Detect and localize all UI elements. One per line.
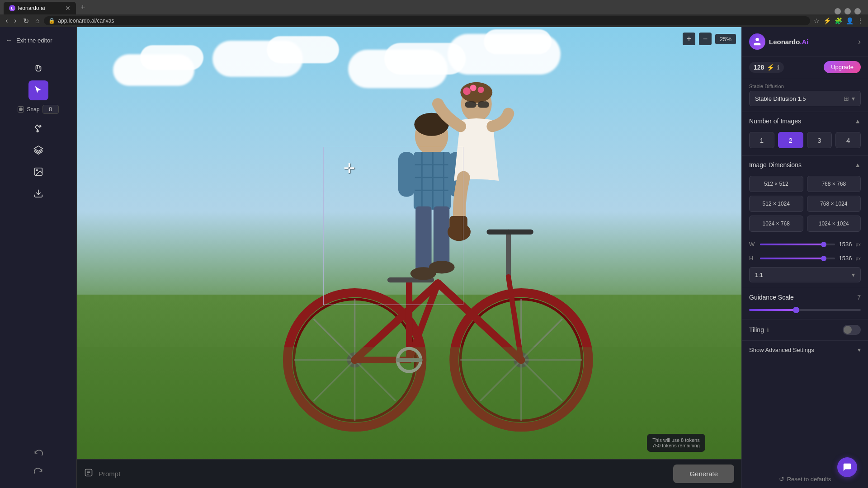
tiling-toggle[interactable] <box>843 325 861 335</box>
reset-label: Reset to defaults <box>787 476 831 483</box>
svg-rect-52 <box>449 216 467 234</box>
image-dimensions-header[interactable]: Image Dimensions ▲ <box>742 156 868 174</box>
width-slider[interactable] <box>760 244 835 245</box>
height-slider-fill <box>760 258 824 259</box>
layers-tool-btn[interactable] <box>28 140 48 160</box>
redo-btn[interactable] <box>30 463 47 479</box>
num-btn-1[interactable]: 1 <box>749 132 774 148</box>
tiling-toggle-knob <box>844 326 852 334</box>
exit-arrow-icon: ← <box>5 36 13 44</box>
prompt-input[interactable] <box>99 470 668 478</box>
tab-bar: L leonardo.ai ✕ + <box>0 0 868 14</box>
snap-row: Snap 8 <box>13 102 63 117</box>
ratio-selector[interactable]: 1:1 ▾ <box>749 267 861 282</box>
close-btn[interactable] <box>854 8 861 14</box>
extension-icon[interactable]: ⚡ <box>822 16 832 25</box>
dim-btn-1024x1024[interactable]: 1024 × 1024 <box>807 216 861 232</box>
dim-btn-512x1024[interactable]: 512 × 1024 <box>749 196 803 212</box>
snap-label: Snap <box>27 106 39 113</box>
ratio-row: 1:1 ▾ <box>742 265 868 288</box>
refresh-btn[interactable]: ↻ <box>21 16 31 26</box>
profile-icon[interactable]: 👤 <box>845 16 854 25</box>
image-tool-btn[interactable] <box>28 162 48 182</box>
panel-collapse-btn[interactable]: › <box>858 37 861 47</box>
panel-logo-dot: .Ai <box>800 38 808 46</box>
new-tab-button[interactable]: + <box>77 3 89 12</box>
height-row: H 1536 px <box>742 251 868 265</box>
credits-info-icon[interactable]: ℹ <box>777 64 779 71</box>
advanced-settings-row[interactable]: Show Advanced Settings ▾ <box>742 341 868 359</box>
bookmark-icon[interactable]: ☆ <box>813 16 821 25</box>
model-selector[interactable]: Stable Diffusion 1.5 ⊞ ▾ <box>749 91 861 106</box>
num-images-collapse-icon: ▲ <box>854 117 861 125</box>
exit-editor-btn[interactable]: ← Exit the editor <box>0 33 76 48</box>
width-label: W <box>749 241 756 248</box>
ratio-label: 1:1 <box>755 272 763 278</box>
svg-rect-49 <box>478 101 490 108</box>
tab-close-btn[interactable]: ✕ <box>65 5 71 12</box>
tab-title: leonardo.ai <box>18 5 45 11</box>
reset-icon: ↺ <box>779 475 784 483</box>
extensions-icon[interactable]: 🧩 <box>834 16 843 25</box>
undo-btn[interactable] <box>30 445 47 461</box>
model-dropdown-arrow-icon[interactable]: ▾ <box>852 95 855 102</box>
move-cursor-icon: ✛ <box>344 160 355 176</box>
home-btn[interactable]: ⌂ <box>33 16 42 26</box>
dim-btn-512x512[interactable]: 512 × 512 <box>749 176 803 192</box>
dim-btn-1024x768[interactable]: 1024 × 768 <box>749 216 803 232</box>
num-images-section-header[interactable]: Number of Images ▲ <box>742 112 868 130</box>
height-slider[interactable] <box>760 258 835 259</box>
model-actions: ⊞ ▾ <box>844 95 855 102</box>
guidance-section-header[interactable]: Guidance Scale 7 <box>742 288 868 306</box>
model-grid-icon[interactable]: ⊞ <box>844 95 849 102</box>
minimize-btn[interactable] <box>835 8 841 14</box>
panel-header: Leonardo.Ai › <box>742 27 868 56</box>
active-tab[interactable]: L leonardo.ai ✕ <box>4 2 76 14</box>
svg-rect-37 <box>398 152 415 197</box>
zoom-level-display[interactable]: 25% <box>715 34 736 44</box>
download-tool-btn[interactable] <box>28 183 48 203</box>
dim-btn-768x1024[interactable]: 768 × 1024 <box>807 196 861 212</box>
generate-btn[interactable]: Generate <box>673 465 734 483</box>
width-slider-fill <box>760 244 824 245</box>
menu-icon[interactable]: ⋮ <box>856 16 864 25</box>
zoom-plus-btn[interactable]: + <box>683 33 695 45</box>
select-tool-btn[interactable] <box>28 80 48 100</box>
svg-rect-48 <box>465 101 476 108</box>
guidance-slider-fill <box>749 309 796 311</box>
guidance-value-display: 7 <box>857 294 861 301</box>
model-section: Stable Diffusion Stable Diffusion 1.5 ⊞ … <box>742 78 868 112</box>
guidance-slider-thumb <box>793 307 799 313</box>
canvas-area[interactable]: ✛ + − 25% This will use 8 tokens 750 tok… <box>77 27 741 488</box>
tiling-left: Tiling ℹ <box>749 326 769 333</box>
back-btn[interactable]: ‹ <box>4 16 9 26</box>
tiling-row: Tiling ℹ <box>742 319 868 341</box>
num-images-grid: 1 2 3 4 <box>742 130 868 155</box>
guidance-title: Guidance Scale <box>749 294 794 301</box>
advanced-settings-arrow-icon: ▾ <box>858 346 861 353</box>
forward-btn[interactable]: › <box>12 16 18 26</box>
maximize-btn[interactable] <box>844 8 851 14</box>
sidebar-bottom <box>0 441 76 483</box>
snap-value[interactable]: 8 <box>42 105 59 114</box>
chat-bubble-btn[interactable] <box>837 457 857 477</box>
num-btn-2[interactable]: 2 <box>778 132 803 148</box>
address-bar[interactable]: 🔒 app.leonardo.ai/canvas <box>44 16 810 25</box>
tab-favicon: L <box>9 5 15 11</box>
hand-tool-btn[interactable] <box>28 59 48 79</box>
dim-btn-768x768[interactable]: 768 × 768 <box>807 176 861 192</box>
zoom-minus-btn[interactable]: − <box>699 33 712 45</box>
tiling-info-icon[interactable]: ℹ <box>767 327 769 333</box>
snap-checkbox[interactable] <box>18 106 24 113</box>
panel-avatar <box>749 33 765 50</box>
brush-tool-btn[interactable] <box>28 118 48 138</box>
num-btn-3[interactable]: 3 <box>807 132 832 148</box>
credits-badge: 128 ⚡ ℹ <box>749 62 784 73</box>
dimensions-collapse-icon: ▲ <box>854 161 861 169</box>
canvas-scene-svg <box>77 27 741 488</box>
num-btn-4[interactable]: 4 <box>835 132 861 148</box>
advanced-settings-label: Show Advanced Settings <box>749 347 814 353</box>
upgrade-btn[interactable]: Upgrade <box>824 61 861 73</box>
token-warning-line1: This will use 8 tokens <box>652 437 700 443</box>
guidance-slider[interactable] <box>749 309 861 311</box>
